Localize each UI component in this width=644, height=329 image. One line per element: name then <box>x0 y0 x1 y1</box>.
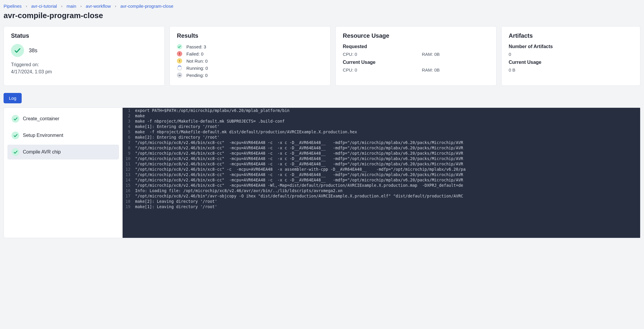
line-number: 14 <box>123 177 133 183</box>
resource-usage-card: Resource Usage Requested CPU: 0 RAM: 0B … <box>335 26 497 86</box>
line-number: 8 <box>123 145 133 151</box>
line-number: 6 <box>123 135 133 140</box>
check-icon <box>12 115 19 123</box>
breadcrumb-workflow[interactable]: avr-workflow <box>86 4 111 9</box>
tab-log[interactable]: Log <box>4 93 22 103</box>
artifacts-count-label: Number of Artifacts <box>509 44 633 49</box>
status-card: Status 38s Triggered on: 4/17/2024, 1:03… <box>4 26 165 86</box>
line-content: "/opt/microchip/xc8/v2.46/bin/xc8-cc" -m… <box>133 161 640 167</box>
log-line: 17"/opt/microchip/xc8/v2.46/bin"/avr-obj… <box>123 193 640 199</box>
breadcrumb-pipelines[interactable]: Pipelines <box>4 4 22 9</box>
cur-cpu: CPU: 0 <box>343 67 410 72</box>
log-line: 7"/opt/microchip/xc8/v2.46/bin/xc8-cc" -… <box>123 140 640 145</box>
log-line: 16Info: Loading file: /opt/microchip/xc8… <box>123 188 640 193</box>
results-passed: Passed: 3 <box>186 44 206 49</box>
log-line: 9"/opt/microchip/xc8/v2.46/bin/xc8-cc" -… <box>123 151 640 156</box>
line-number: 4 <box>123 124 133 129</box>
results-notrun-row: Not Run: 0 <box>177 58 323 64</box>
breadcrumb-repo[interactable]: avr-ci-tutorial <box>31 4 57 9</box>
resource-heading: Resource Usage <box>343 32 489 39</box>
line-content: make <box>133 113 640 118</box>
log-line: 1export PATH=$PATH:/opt/microchip/mplabx… <box>123 108 640 113</box>
req-cpu: CPU: 0 <box>343 52 410 57</box>
step-label: Compile AVR chip <box>23 149 61 155</box>
line-content: make[1]: Leaving directory '/root' <box>133 204 640 209</box>
log-line: 5make -f nbproject/Makefile-default.mk d… <box>123 129 640 135</box>
line-content: "/opt/microchip/xc8/v2.46/bin"/avr-objco… <box>133 193 640 199</box>
results-passed-row: Passed: 3 <box>177 44 323 49</box>
log-line: 19make[1]: Leaving directory '/root' <box>123 204 640 209</box>
breadcrumb-branch[interactable]: main <box>66 4 76 9</box>
results-failed: Failed: 0 <box>186 51 204 56</box>
breadcrumb: Pipelines › avr-ci-tutorial › main › avr… <box>4 4 640 9</box>
log-line: 12"/opt/microchip/xc8/v2.46/bin/xc8-cc" … <box>123 167 640 172</box>
line-number: 7 <box>123 140 133 145</box>
results-heading: Results <box>177 32 323 39</box>
log-line: 4make[1]: Entering directory '/root' <box>123 124 640 129</box>
line-number: 15 <box>123 183 133 188</box>
log-panel: Create_container Setup Environment Compi… <box>4 107 640 238</box>
line-number: 2 <box>123 113 133 118</box>
line-content: "/opt/microchip/xc8/v2.46/bin/xc8-cc" -m… <box>133 183 640 188</box>
results-running: Running: 0 <box>186 66 208 71</box>
log-line: 18make[2]: Leaving directory '/root' <box>123 199 640 204</box>
line-number: 13 <box>123 172 133 177</box>
log-line: 8"/opt/microchip/xc8/v2.46/bin/xc8-cc" -… <box>123 145 640 151</box>
log-line: 3make -f nbproject/Makefile-default.mk S… <box>123 118 640 124</box>
alert-icon <box>177 51 182 56</box>
artifacts-current-label: Current Usage <box>509 60 633 65</box>
log-line: 14"/opt/microchip/xc8/v2.46/bin/xc8-cc" … <box>123 177 640 183</box>
log-line: 15"/opt/microchip/xc8/v2.46/bin/xc8-cc" … <box>123 183 640 188</box>
line-content: "/opt/microchip/xc8/v2.46/bin/xc8-cc" -m… <box>133 156 640 161</box>
line-content: "/opt/microchip/xc8/v2.46/bin/xc8-cc" -m… <box>133 177 640 183</box>
log-line: 6make[2]: Entering directory '/root' <box>123 135 640 140</box>
artifacts-current: 0 B <box>509 67 633 72</box>
triggered-on-value: 4/17/2024, 1:03 pm <box>11 68 157 75</box>
results-failed-row: Failed: 0 <box>177 51 323 56</box>
log-output[interactable]: 1export PATH=$PATH:/opt/microchip/mplabx… <box>123 108 640 238</box>
log-line: 2make <box>123 113 640 118</box>
chevron-right-icon: › <box>26 4 27 8</box>
chevron-right-icon: › <box>80 4 82 8</box>
artifacts-heading: Artifacts <box>509 32 633 39</box>
line-number: 11 <box>123 161 133 167</box>
step-list: Create_container Setup Environment Compi… <box>4 108 123 238</box>
line-number: 3 <box>123 118 133 124</box>
artifacts-count: 0 <box>509 52 633 57</box>
line-content: make[2]: Entering directory '/root' <box>133 135 640 140</box>
breadcrumb-current: avr-compile-program-close <box>120 4 173 9</box>
line-content: "/opt/microchip/xc8/v2.46/bin/xc8-cc" -m… <box>133 151 640 156</box>
line-content: make[1]: Entering directory '/root' <box>133 124 640 129</box>
results-pending: Pending: 0 <box>186 73 208 78</box>
line-content: "/opt/microchip/xc8/v2.46/bin/xc8-cc" -m… <box>133 172 640 177</box>
warning-icon <box>177 58 182 64</box>
step-compile-avr-chip[interactable]: Compile AVR chip <box>7 145 119 159</box>
log-line: 11"/opt/microchip/xc8/v2.46/bin/xc8-cc" … <box>123 161 640 167</box>
results-running-row: Running: 0 <box>177 65 323 71</box>
artifacts-card: Artifacts Number of Artifacts 0 Current … <box>501 26 640 86</box>
step-label: Setup Environment <box>23 133 63 138</box>
check-icon <box>177 44 182 49</box>
step-label: Create_container <box>23 116 59 121</box>
requested-label: Requested <box>343 44 489 49</box>
pending-icon: ••• <box>177 72 182 78</box>
req-ram: RAM: 0B <box>422 52 489 57</box>
line-number: 5 <box>123 129 133 135</box>
log-line: 10"/opt/microchip/xc8/v2.46/bin/xc8-cc" … <box>123 156 640 161</box>
line-content: make -f nbproject/Makefile-default.mk di… <box>133 129 640 135</box>
line-content: "/opt/microchip/xc8/v2.46/bin/xc8-cc" -m… <box>133 145 640 151</box>
chevron-right-icon: › <box>115 4 116 8</box>
line-content: "/opt/microchip/xc8/v2.46/bin/xc8-cc" -m… <box>133 140 640 145</box>
spinner-icon <box>177 65 182 71</box>
results-card: Results Passed: 3 Failed: 0 Not Run: 0 R… <box>169 26 331 86</box>
summary-cards: Status 38s Triggered on: 4/17/2024, 1:03… <box>4 26 640 86</box>
results-pending-row: ••• Pending: 0 <box>177 72 323 78</box>
step-setup-environment[interactable]: Setup Environment <box>7 128 119 143</box>
chevron-right-icon: › <box>61 4 62 8</box>
line-number: 16 <box>123 188 133 193</box>
status-heading: Status <box>11 32 157 39</box>
line-number: 1 <box>123 108 133 113</box>
step-create-container[interactable]: Create_container <box>7 111 119 126</box>
line-content: make[2]: Leaving directory '/root' <box>133 199 640 204</box>
check-icon <box>11 44 24 57</box>
